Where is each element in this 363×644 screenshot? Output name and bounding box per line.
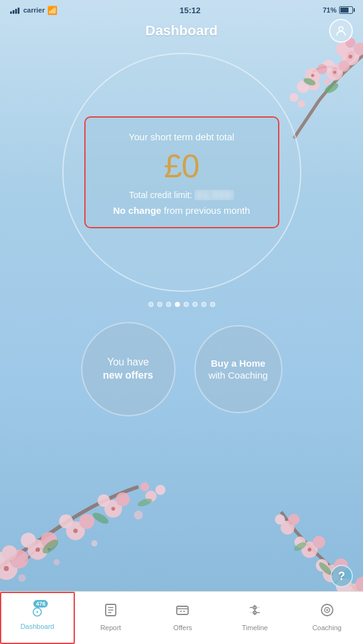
offers-line1: You have — [107, 356, 148, 369]
change-text: No change from previous month — [101, 205, 263, 216]
svg-point-24 — [2, 545, 17, 560]
debt-amount: £0 — [101, 147, 263, 185]
credit-limit-blurred: £1,500 — [194, 190, 234, 200]
debt-label: Your short term debt total — [101, 131, 263, 142]
battery-icon — [339, 6, 353, 14]
svg-point-30 — [59, 514, 73, 528]
svg-point-44 — [155, 485, 165, 495]
svg-point-59 — [308, 548, 311, 552]
dot-4-active[interactable] — [175, 302, 180, 307]
svg-point-33 — [98, 494, 110, 507]
svg-point-61 — [288, 514, 299, 525]
dot-6[interactable] — [193, 302, 198, 307]
report-icon — [103, 602, 118, 621]
dot-5[interactable] — [184, 302, 189, 307]
signal-bar-1 — [10, 11, 12, 14]
coaching-circle[interactable]: Buy a Home with Coaching — [194, 325, 282, 413]
bottom-nav: ⊙ 476 Dashboard Report Offers — [0, 591, 363, 644]
svg-point-65 — [339, 26, 343, 31]
credit-limit: Total credit limit: £1,500 — [101, 190, 263, 200]
page-title: Dashboard — [10, 23, 353, 39]
dot-7[interactable] — [201, 302, 206, 307]
svg-point-43 — [140, 482, 149, 491]
debt-card[interactable]: Your short term debt total £0 Total cred… — [84, 116, 279, 228]
nav-item-report[interactable]: Report — [75, 592, 147, 644]
dot-3[interactable] — [166, 302, 171, 307]
svg-point-41 — [134, 511, 143, 519]
signal-bar-2 — [13, 10, 14, 14]
dashboard-icon: ⊙ 476 — [31, 604, 43, 620]
timeline-icon — [247, 602, 262, 621]
offers-icon — [175, 602, 190, 621]
nav-item-timeline[interactable]: Timeline — [219, 592, 291, 644]
main-circle-container: Your short term debt total £0 Total cred… — [0, 53, 363, 292]
dot-1[interactable] — [148, 302, 154, 307]
nav-item-dashboard[interactable]: ⊙ 476 Dashboard — [0, 592, 75, 644]
status-bar: carrier 📶 15:12 71% — [0, 0, 363, 18]
svg-point-40 — [91, 540, 98, 547]
svg-point-29 — [79, 514, 94, 529]
battery-fill — [340, 8, 349, 13]
dot-8[interactable] — [210, 302, 215, 307]
svg-point-62 — [275, 514, 285, 525]
blossom-bottom-decoration — [0, 462, 176, 587]
carrier-label: carrier — [23, 6, 45, 14]
dashboard-label: Dashboard — [20, 623, 54, 630]
svg-point-34 — [4, 566, 9, 571]
main-circle: Your short term debt total £0 Total cred… — [62, 53, 301, 292]
battery-pct: 71% — [323, 6, 337, 14]
offers-line2: new offers — [103, 369, 153, 382]
svg-point-27 — [21, 533, 36, 548]
signal-bars — [10, 7, 20, 14]
dot-2[interactable] — [157, 302, 162, 307]
change-bold: No change — [113, 205, 162, 216]
status-left: carrier 📶 — [10, 6, 57, 15]
change-suffix: from previous month — [164, 205, 250, 216]
coaching-line2: with Coaching — [208, 369, 267, 382]
status-time: 15:12 — [179, 6, 200, 15]
signal-bar-3 — [15, 9, 17, 14]
svg-point-32 — [116, 492, 130, 506]
profile-button[interactable] — [329, 19, 353, 43]
signal-bar-4 — [18, 8, 20, 14]
nav-item-coaching[interactable]: Coaching — [291, 592, 363, 644]
status-right: 71% — [323, 6, 353, 14]
svg-point-39 — [53, 559, 60, 565]
svg-point-36 — [74, 529, 78, 533]
nav-item-offers[interactable]: Offers — [147, 592, 219, 644]
timeline-label: Timeline — [242, 624, 267, 631]
svg-point-35 — [36, 548, 40, 552]
action-circles: You have new offers Buy a Home with Coac… — [0, 322, 363, 416]
dashboard-badge: 476 — [33, 600, 48, 608]
coaching-label: Coaching — [312, 624, 341, 631]
wifi-icon: 📶 — [47, 6, 57, 15]
svg-point-38 — [18, 574, 26, 582]
coaching-line1: Buy a Home — [211, 357, 265, 370]
coaching-icon — [320, 602, 335, 621]
svg-point-37 — [111, 507, 115, 511]
offers-label: Offers — [174, 624, 193, 631]
help-button[interactable]: ? — [330, 565, 353, 587]
svg-rect-70 — [177, 606, 188, 614]
header: Dashboard — [0, 18, 363, 47]
svg-point-82 — [326, 609, 328, 611]
svg-point-55 — [313, 536, 325, 548]
page-indicators[interactable] — [0, 302, 363, 307]
report-label: Report — [100, 624, 121, 631]
offers-circle[interactable]: You have new offers — [81, 322, 176, 416]
